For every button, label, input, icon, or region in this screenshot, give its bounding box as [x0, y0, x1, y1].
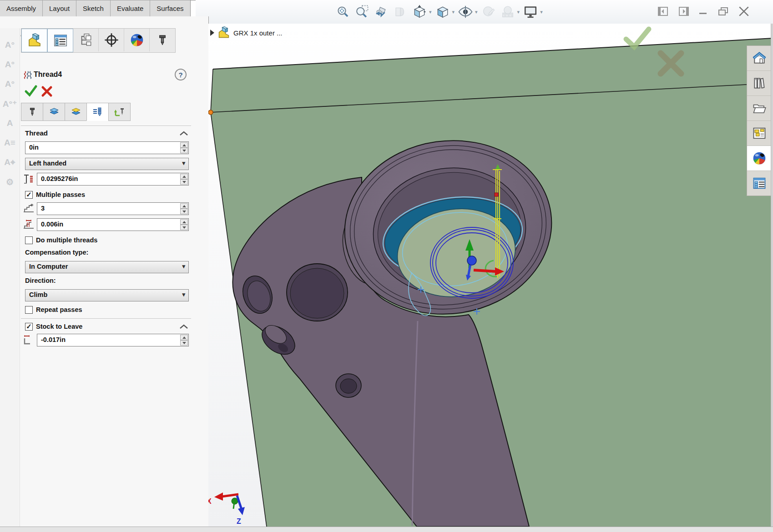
svg-text:Z: Z	[237, 517, 241, 525]
apply-scene-caret-icon[interactable]: ▾	[517, 9, 520, 15]
pass-spacing-input[interactable]: 0.006in	[37, 218, 189, 231]
display-style-caret-icon[interactable]: ▾	[452, 9, 455, 15]
divider	[21, 318, 191, 319]
selected-vertex-marker	[208, 110, 213, 115]
collapse-stock-chevron-icon[interactable]	[179, 324, 188, 329]
cancel-button[interactable]	[41, 85, 53, 97]
thread-offset-spinner[interactable]	[180, 142, 188, 153]
thread-pitch-icon	[23, 174, 35, 185]
hide-show-caret-icon[interactable]: ▾	[475, 9, 478, 15]
svg-text:X: X	[208, 497, 212, 505]
view-settings-caret-icon[interactable]: ▾	[540, 9, 543, 15]
close-icon[interactable]	[738, 5, 750, 17]
thread-feature-icon	[24, 70, 32, 80]
repeat-passes-label: Repeat passes	[36, 306, 82, 313]
view-orientation-icon[interactable]	[411, 4, 428, 20]
tab-assembly[interactable]: Assembly	[0, 0, 43, 16]
annotation-stacked-icon: A°⁺	[2, 97, 18, 110]
feature-breadcrumb[interactable]: GRX 1x outer ...	[210, 25, 283, 40]
direction-label: Direction:	[25, 277, 56, 284]
resources-home-tab[interactable]	[747, 46, 771, 71]
repeat-passes-checkbox[interactable]	[25, 306, 33, 314]
collapse-thread-chevron-icon[interactable]	[179, 130, 188, 136]
feature-yellow-tab[interactable]	[65, 103, 87, 121]
appearance-sphere-button[interactable]	[124, 29, 150, 51]
stock-allowance-input[interactable]: -0.017in	[37, 334, 189, 346]
pane-collapse-right-icon[interactable]	[677, 6, 689, 17]
num-passes-icon	[23, 203, 35, 214]
direction-select[interactable]: Climb	[25, 289, 189, 301]
annotation-note-icon: A°	[2, 58, 18, 71]
tab-sketch[interactable]: Sketch	[76, 0, 111, 16]
ok-button[interactable]	[24, 85, 38, 97]
tab-evaluate[interactable]: Evaluate	[110, 0, 150, 16]
multiple-passes-label: Multiple passes	[36, 191, 85, 198]
tab-surfaces[interactable]: Surfaces	[150, 0, 190, 16]
pass-spacing-icon	[23, 219, 35, 230]
stock-to-leave-checkbox[interactable]	[25, 323, 33, 331]
annotation-gear-icon: A°	[2, 38, 18, 52]
window-controls	[657, 5, 750, 17]
window-edge-strip	[771, 24, 773, 527]
part-model-button[interactable]	[21, 29, 47, 52]
zoom-fit-icon[interactable]	[334, 4, 352, 20]
operation-tree-button[interactable]	[73, 29, 99, 51]
help-button[interactable]: ?	[175, 69, 187, 80]
num-passes-spinner[interactable]	[180, 203, 188, 214]
feature-list-button[interactable]	[47, 29, 73, 52]
custom-properties-tab[interactable]	[747, 171, 771, 196]
display-style-icon[interactable]	[434, 4, 451, 20]
num-passes-input[interactable]: 3	[37, 202, 189, 215]
thread-hand-select[interactable]: Left handed	[25, 158, 189, 170]
appearances-scenes-tab[interactable]	[747, 146, 771, 171]
annotation-frame-icon: A	[2, 116, 18, 130]
headsup-toolbar: ▾ ▾ ▾ ▾ ▾	[334, 3, 543, 20]
tab-layout[interactable]: Layout	[42, 0, 76, 16]
tool-tab[interactable]	[21, 103, 43, 121]
apply-scene-icon[interactable]	[499, 4, 516, 20]
solidworks-cam-window: Assembly Layout Sketch Evaluate Surfaces…	[0, 0, 773, 532]
divider	[21, 125, 191, 126]
thread-offset-input[interactable]: 0in	[25, 141, 189, 154]
zoom-area-icon[interactable]	[354, 4, 371, 20]
annotation-rail: A° A° A° A°⁺ A A≡ A⌖ ⚙	[0, 28, 20, 527]
leadin-tab[interactable]	[108, 103, 131, 121]
previous-view-icon[interactable]	[373, 4, 390, 20]
file-explorer-tab[interactable]	[747, 96, 771, 121]
feature-title: Thread4	[34, 70, 62, 79]
minimize-icon[interactable]	[697, 6, 709, 17]
top-strip: ▾ ▾ ▾ ▾ ▾	[196, 0, 773, 24]
pass-spacing-spinner[interactable]	[180, 219, 188, 230]
thread-pitch-spinner[interactable]	[180, 174, 188, 185]
do-multiple-threads-checkbox[interactable]	[25, 236, 33, 244]
operation-tab-strip	[21, 103, 131, 121]
restore-icon[interactable]	[717, 6, 729, 17]
graphics-viewport[interactable]: X Z	[208, 24, 773, 527]
compensation-type-select[interactable]: In Computer	[25, 261, 189, 273]
part-file-icon	[217, 26, 231, 39]
stock-allowance-spinner[interactable]	[180, 335, 188, 346]
origin-target-button[interactable]	[99, 29, 124, 51]
view-orientation-caret-icon[interactable]: ▾	[429, 9, 432, 15]
annotation-clipboard-icon: A≡	[2, 136, 18, 150]
thread-tab[interactable]	[86, 103, 109, 121]
stock-to-leave-label: Stock to Leave	[36, 323, 82, 330]
feature-blue-tab[interactable]	[43, 103, 65, 121]
annotation-balloon-icon: A°	[2, 77, 18, 91]
breadcrumb-label: GRX 1x outer ...	[233, 29, 283, 37]
multiple-passes-checkbox[interactable]	[25, 191, 33, 199]
view-palette-tab[interactable]	[747, 121, 771, 146]
design-library-tab[interactable]	[747, 71, 771, 96]
edit-appearance-icon[interactable]	[480, 4, 497, 20]
annotation-tools-icon: ⚙	[2, 175, 18, 189]
annotation-target-icon: A⌖	[2, 156, 18, 169]
thread-pitch-input[interactable]: 0.0295276in	[37, 173, 189, 186]
mill-tool-button[interactable]	[150, 29, 175, 51]
view-settings-icon[interactable]	[522, 4, 539, 20]
hide-show-items-icon[interactable]	[457, 4, 474, 20]
section-view-icon[interactable]	[392, 4, 409, 20]
cam-command-toolbar	[21, 28, 176, 53]
pane-collapse-left-icon[interactable]	[657, 6, 669, 17]
expand-arrow-icon[interactable]	[210, 30, 214, 36]
task-pane-tabs	[747, 45, 772, 196]
